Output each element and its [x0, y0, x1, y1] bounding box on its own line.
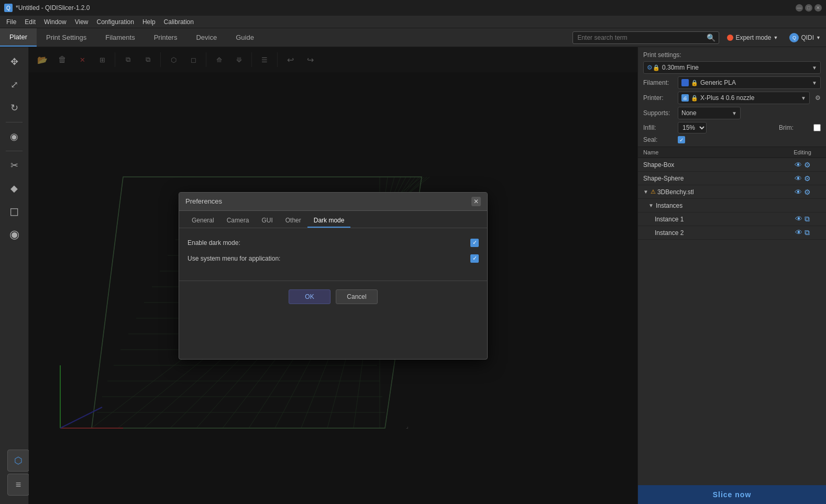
rotate-tool[interactable]: ↻: [4, 97, 25, 118]
instances-expand-arrow[interactable]: ▼: [648, 203, 654, 208]
brim-label: Brim:: [779, 124, 810, 131]
brim-checkbox[interactable]: [813, 124, 821, 131]
support-painter-tool[interactable]: ◻: [4, 201, 25, 222]
shape-box-eye-icon[interactable]: 👁: [795, 161, 802, 169]
tab-plater[interactable]: Plater: [0, 28, 37, 47]
menu-calibration[interactable]: Calibration: [160, 17, 198, 27]
tab-guide[interactable]: Guide: [226, 28, 263, 47]
list-item-shape-box[interactable]: Shape-Box 👁 ⚙: [638, 158, 826, 172]
scale-tool[interactable]: ⤢: [4, 74, 25, 95]
instance-1-eye-icon[interactable]: 👁: [795, 215, 802, 223]
shape-sphere-edit-icon[interactable]: ⚙: [804, 174, 811, 183]
menu-help[interactable]: Help: [138, 17, 160, 27]
main-area: ✥ ⤢ ↻ ◉ ✂ ◆ ◻ ◉ ⬡ ≡ 📂 🗑 ✕ ⊞ ⧉ ⧉ ⬡ ◻ ⟰: [0, 47, 826, 504]
dialog-tab-other[interactable]: Other: [279, 214, 307, 228]
view-layers-btn[interactable]: ≡: [7, 474, 29, 496]
search-icon: 🔍: [707, 33, 715, 42]
editing-col-header: Editing: [784, 149, 821, 155]
seal-label: Seal:: [643, 136, 675, 143]
dialog-tab-general[interactable]: General: [185, 214, 221, 228]
tab-device[interactable]: Device: [186, 28, 226, 47]
shape-sphere-name: Shape-Sphere: [643, 175, 784, 182]
dialog-cancel-btn[interactable]: Cancel: [336, 289, 378, 304]
place-on-face-tool[interactable]: ◉: [4, 126, 25, 147]
print-profile-dropdown[interactable]: ⚙ 🔒 0.30mm Fine ▼: [643, 61, 821, 74]
filament-color-swatch: [681, 79, 689, 86]
menu-file[interactable]: File: [2, 17, 20, 27]
dialog-tab-camera[interactable]: Camera: [221, 214, 256, 228]
tab-print-settings[interactable]: Print Settings: [37, 28, 96, 47]
lock-icon: 🔒: [653, 64, 660, 71]
dialog-ok-btn[interactable]: OK: [289, 289, 331, 304]
seal-row: Seal: ✓: [643, 136, 821, 143]
instance-2-eye-icon[interactable]: 👁: [795, 228, 802, 237]
menubar: File Edit Window View Configuration Help…: [0, 16, 826, 28]
instance-1-actions: 👁 ⧉: [784, 215, 821, 223]
print-profile-row: ⚙ 🔒 0.30mm Fine ▼: [643, 61, 821, 74]
tabbar: Plater Print Settings Filaments Printers…: [0, 28, 826, 47]
shape-sphere-eye-icon[interactable]: 👁: [795, 174, 802, 183]
instance-1-instance-icon[interactable]: ⧉: [805, 215, 810, 223]
dialog-titlebar: Preferences ✕: [179, 193, 487, 211]
move-tool[interactable]: ✥: [4, 51, 25, 72]
instance-1-name: Instance 1: [655, 216, 784, 223]
qidi-btn[interactable]: Q QIDI ▼: [784, 28, 826, 47]
supports-dropdown-arrow: ▼: [732, 110, 737, 116]
menu-view[interactable]: View: [71, 17, 93, 27]
bottom-icons: ⬡ ≡: [7, 450, 29, 496]
printer-settings-icon[interactable]: ⚙: [815, 94, 821, 102]
list-item-instance-2[interactable]: Instance 2 👁 ⧉: [638, 226, 826, 240]
benchy-name: 3DBenchy.stl: [657, 188, 784, 196]
expert-mode-btn[interactable]: Expert mode ▼: [721, 28, 784, 47]
view-3d-btn[interactable]: ⬡: [7, 450, 29, 472]
dialog-tab-darkmode[interactable]: Dark mode: [307, 214, 351, 228]
printer-dropdown[interactable]: 🖨 🔒 X-Plus 4 0.6 nozzle ▼: [678, 92, 810, 104]
shape-box-edit-icon[interactable]: ⚙: [804, 161, 811, 169]
dialog-title: Preferences: [185, 197, 222, 205]
list-item-3dbenchy[interactable]: ▼ ⚠ 3DBenchy.stl 👁 ⚙: [638, 185, 826, 199]
dark-mode-checkbox[interactable]: ✓: [470, 239, 479, 247]
menu-configuration[interactable]: Configuration: [93, 17, 138, 27]
menu-window[interactable]: Window: [40, 17, 71, 27]
seam-painter-tool[interactable]: ◉: [4, 224, 25, 245]
name-col-header: Name: [643, 149, 784, 155]
dialog-close-btn[interactable]: ✕: [471, 197, 481, 206]
slice-now-btn[interactable]: Slice now: [638, 485, 826, 504]
minimize-btn[interactable]: —: [796, 4, 803, 12]
list-item-instance-1[interactable]: Instance 1 👁 ⧉: [638, 212, 826, 226]
menu-edit[interactable]: Edit: [20, 17, 40, 27]
maximize-btn[interactable]: □: [805, 4, 812, 12]
instance-2-name: Instance 2: [655, 229, 784, 237]
dialog-tab-gui[interactable]: GUI: [255, 214, 279, 228]
system-menu-checkbox[interactable]: ✓: [470, 254, 479, 263]
seal-checkbox[interactable]: ✓: [678, 136, 685, 143]
list-item-shape-sphere[interactable]: Shape-Sphere 👁 ⚙: [638, 172, 826, 185]
infill-label: Infill:: [643, 124, 675, 131]
filament-dropdown[interactable]: 🔒 Generic PLA ▼: [678, 76, 821, 89]
cut-tool[interactable]: ✂: [4, 155, 25, 176]
infill-select[interactable]: 15% 20% 30%: [678, 122, 707, 133]
print-settings-row: Print settings:: [643, 51, 821, 59]
close-btn[interactable]: ✕: [814, 4, 822, 12]
benchy-expand-arrow[interactable]: ▼: [643, 189, 648, 195]
titlebar: Q *Untitled - QIDISlicer-1.2.0 — □ ✕: [0, 0, 826, 16]
list-item-instances[interactable]: ▼ Instances: [638, 199, 826, 212]
search-area: 🔍: [572, 28, 721, 47]
filament-name: Generic PLA: [700, 79, 812, 86]
instance-2-instance-icon[interactable]: ⧉: [805, 228, 810, 237]
dialog-overlay: Preferences ✕ General Camera GUI Other D…: [29, 47, 637, 504]
tab-filaments[interactable]: Filaments: [96, 28, 144, 47]
search-input[interactable]: [572, 31, 719, 44]
viewport[interactable]: 📂 🗑 ✕ ⊞ ⧉ ⧉ ⬡ ◻ ⟰ ⟱ ☰ ↩ ↪: [29, 47, 637, 504]
instance-2-actions: 👁 ⧉: [784, 228, 821, 237]
tab-printers[interactable]: Printers: [145, 28, 187, 47]
supports-dropdown[interactable]: None ▼: [678, 107, 741, 119]
filament-dropdown-arrow: ▼: [812, 80, 817, 86]
dialog-footer: OK Cancel: [179, 281, 487, 312]
qidi-arrow: ▼: [816, 35, 821, 40]
modifier-tool[interactable]: ◆: [4, 178, 25, 199]
infill-row: Infill: 15% 20% 30% Brim:: [643, 122, 821, 133]
benchy-eye-icon[interactable]: 👁: [795, 188, 802, 196]
benchy-edit-icon[interactable]: ⚙: [804, 188, 811, 196]
supports-row: Supports: None ▼: [643, 107, 821, 119]
